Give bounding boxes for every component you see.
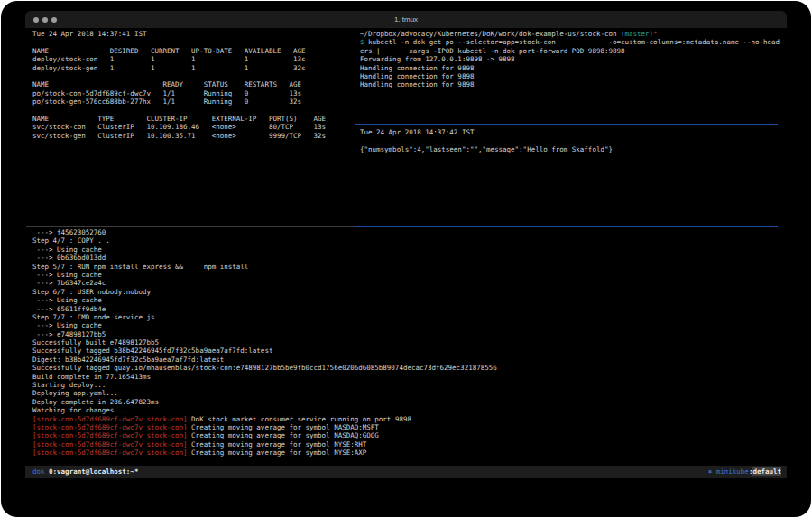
terminal-line: ---> Using cache bbox=[32, 245, 781, 254]
terminal-line: Step 4/7 : COPY . . bbox=[32, 236, 781, 245]
terminal-line: Step 6/7 : USER nobody:nobody bbox=[32, 288, 781, 296]
terminal-line: ---> Using cache bbox=[32, 321, 781, 329]
terminal-line: NAME DESIRED CURRENT UP-TO-DATE AVAILABL… bbox=[32, 47, 354, 55]
minimize-button[interactable] bbox=[42, 17, 48, 23]
terminal-line: ers | xargs -IPOD kubectl -n dok port-fo… bbox=[360, 47, 781, 55]
terminal-text-segment: DoK stock market consumer service runnin… bbox=[188, 415, 411, 423]
terminal-text-segment: [stock-con-5d7df689cf-dwc7v stock-con] bbox=[32, 449, 188, 457]
pane-port-forward[interactable]: ~/Dropbox/advocacy/Kubernetes/DoK/work/d… bbox=[360, 30, 781, 123]
pane-divider-vertical[interactable] bbox=[355, 28, 355, 226]
pane-kubectl-resources[interactable]: Tue 24 Apr 2018 14:37:41 ISTNAME DESIRED… bbox=[32, 30, 354, 225]
terminal-line: [stock-con-5d7df689cf-dwc7v stock-con] C… bbox=[32, 423, 781, 431]
terminal-text-segment: Creating moving average for symbol NYSE:… bbox=[188, 449, 367, 457]
terminal-text-segment: [stock-con-5d7df689cf-dwc7v stock-con] bbox=[32, 415, 188, 423]
window-title: 1. tmux bbox=[25, 15, 787, 23]
tmux-status-left[interactable]: dok 0:vagrant@localhost:~* bbox=[32, 466, 138, 478]
terminal-text-segment: * bbox=[653, 30, 658, 38]
terminal-line: NAME READY STATUS RESTARTS AGE bbox=[32, 80, 354, 88]
terminal-line: Digest: b38b42246945fd7f32c5ba9aea7af7fd… bbox=[32, 356, 781, 364]
terminal-line: ---> e74898127bb5 bbox=[32, 330, 781, 338]
terminal-line: Handling connection for 9898 bbox=[360, 64, 781, 72]
pane-service-response[interactable]: Tue 24 Apr 2018 14:37:42 IST{"numsymbols… bbox=[360, 128, 781, 225]
terminal-line: Successfully built e74898127bb5 bbox=[32, 338, 781, 347]
window-titlebar: 1. tmux bbox=[25, 11, 787, 28]
traffic-lights bbox=[25, 17, 57, 23]
terminal-line: Build complete in 77.165413ms bbox=[32, 373, 781, 381]
pane-skaffold-build-log[interactable]: ---> f45623052760Step 4/7 : COPY . . ---… bbox=[32, 228, 781, 463]
terminal-line: Step 5/7 : RUN npm install express && np… bbox=[32, 263, 781, 271]
terminal-text-segment: kubectl -n dok get po --selector=app=sto… bbox=[364, 38, 780, 46]
terminal-line: ---> Using cache bbox=[32, 271, 781, 279]
terminal-line: Step 7/7 : CMD node service.js bbox=[32, 313, 781, 321]
terminal-line: [stock-con-5d7df689cf-dwc7v stock-con] C… bbox=[32, 431, 781, 439]
terminal-line bbox=[32, 106, 354, 115]
close-button[interactable] bbox=[33, 17, 39, 23]
terminal-line: [stock-con-5d7df689cf-dwc7v stock-con] D… bbox=[32, 415, 781, 423]
terminal-line: ---> f45623052760 bbox=[32, 228, 781, 236]
pane-divider-right-horizontal[interactable] bbox=[355, 124, 778, 125]
terminal-line: Successfully tagged b38b42246945fd7f32c5… bbox=[32, 347, 781, 355]
terminal-line: po/stock-con-5d7df689cf-dwc7v 1/1 Runnin… bbox=[32, 89, 354, 97]
terminal-text-segment: ⎈ minikube bbox=[708, 467, 749, 476]
tmux-status-right: ⎈ minikube:default bbox=[708, 466, 781, 478]
terminal-line: [stock-con-5d7df689cf-dwc7v stock-con] C… bbox=[32, 440, 781, 449]
pane-divider-main-right[interactable] bbox=[355, 226, 778, 227]
terminal-text-segment: [stock-con-5d7df689cf-dwc7v stock-con] bbox=[32, 440, 188, 449]
terminal-text-segment: [stock-con-5d7df689cf-dwc7v stock-con] bbox=[32, 423, 188, 431]
terminal-text-segment: [stock-con-5d7df689cf-dwc7v stock-con] bbox=[32, 431, 188, 439]
terminal-line: Watching for changes... bbox=[32, 406, 781, 414]
terminal-line: Handling connection for 9898 bbox=[360, 72, 781, 80]
terminal-line: Forwarding from 127.0.0.1:9898 -> 9898 bbox=[360, 55, 781, 63]
terminal-line: Tue 24 Apr 2018 14:37:42 IST bbox=[360, 128, 781, 136]
terminal-line: ⎈ minikube:default bbox=[708, 466, 781, 478]
terminal-line bbox=[32, 38, 354, 46]
terminal-line: NAME TYPE CLUSTER-IP EXTERNAL-IP PORT(S)… bbox=[32, 115, 354, 123]
pane-divider-main-left[interactable] bbox=[26, 226, 355, 227]
terminal-line: deploy/stock-con 1 1 1 1 13s bbox=[32, 55, 354, 63]
zoom-button[interactable] bbox=[51, 17, 57, 23]
terminal-line: Deploying app.yaml... bbox=[32, 389, 781, 397]
terminal-line: Starting deploy... bbox=[32, 381, 781, 389]
terminal-line: ---> Using cache bbox=[32, 296, 781, 304]
terminal-text-segment: Creating moving average for symbol NASDA… bbox=[188, 423, 379, 431]
terminal-text-segment: default bbox=[752, 467, 781, 476]
terminal-line: ---> 65611ff9db4e bbox=[32, 305, 781, 313]
terminal-line bbox=[360, 136, 781, 144]
terminal-line: po/stock-gen-576cc688bb-277hx 1/1 Runnin… bbox=[32, 97, 354, 106]
terminal-line: {"numsymbols":4,"lastseen":"","message":… bbox=[360, 145, 781, 153]
terminal-line: Tue 24 Apr 2018 14:37:41 IST bbox=[32, 30, 354, 38]
terminal-line: Successfully tagged quay.io/mhausenblas/… bbox=[32, 364, 781, 372]
tmux-status-bar: dok 0:vagrant@localhost:~* ⎈ minikube:de… bbox=[25, 466, 787, 478]
terminal-line bbox=[32, 72, 354, 80]
terminal-line: dok 0:vagrant@localhost:~* bbox=[32, 466, 138, 478]
terminal-line: svc/stock-con ClusterIP 10.109.186.46 <n… bbox=[32, 123, 354, 131]
terminal-text-segment: ~/Dropbox/advocacy/Kubernetes/DoK/work/d… bbox=[360, 30, 621, 38]
terminal-text-segment: Creating moving average for symbol NASDA… bbox=[188, 431, 379, 439]
terminal-line: ---> 7b6347ce2a4c bbox=[32, 279, 781, 287]
terminal-text-segment: (master) bbox=[621, 30, 653, 38]
terminal-line: deploy/stock-gen 1 1 1 1 32s bbox=[32, 64, 354, 72]
terminal-line: ~/Dropbox/advocacy/Kubernetes/DoK/work/d… bbox=[360, 30, 781, 38]
terminal-line: Deploy complete in 286.647823ms bbox=[32, 398, 781, 406]
terminal-line: svc/stock-gen ClusterIP 10.100.35.71 <no… bbox=[32, 132, 354, 140]
terminal-line: Handling connection for 9898 bbox=[360, 80, 781, 88]
terminal-text-segment: Creating moving average for symbol NYSE:… bbox=[188, 440, 367, 449]
terminal-line: [stock-con-5d7df689cf-dwc7v stock-con] C… bbox=[32, 449, 781, 457]
terminal-text-segment: 0:vagrant@localhost:~* bbox=[49, 467, 138, 476]
terminal-line: ---> 0b636bd013dd bbox=[32, 254, 781, 262]
terminal-line: $ kubectl -n dok get po --selector=app=s… bbox=[360, 38, 781, 46]
terminal-text-segment: dok bbox=[32, 467, 45, 476]
